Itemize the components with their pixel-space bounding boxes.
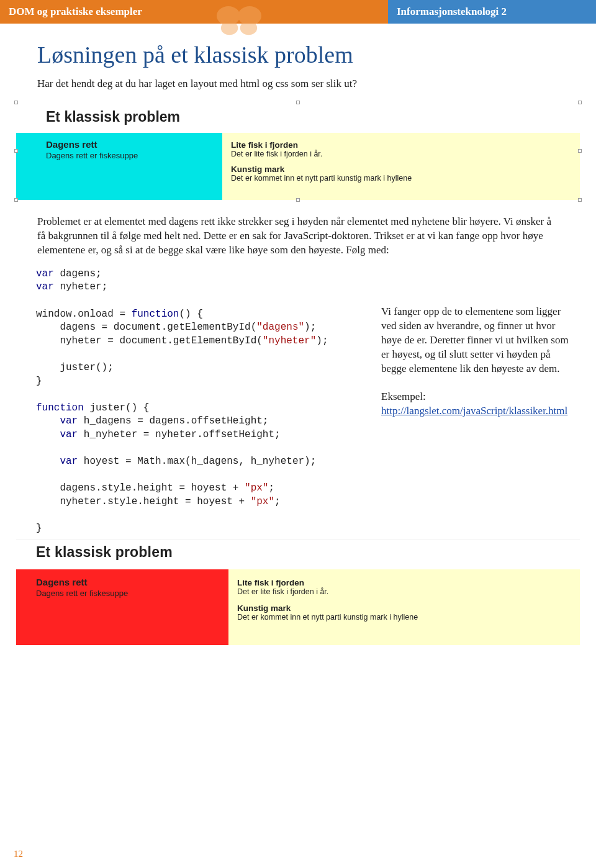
intro-text: Har det hendt deg at du har laget en lay… <box>0 77 596 102</box>
example1-heading: Et klassisk problem <box>16 102 580 133</box>
example1-left-title: Dagens rett <box>46 139 214 150</box>
example1-news1-title: Lite fisk i fjorden <box>231 140 571 150</box>
example1-right-panel: Lite fisk i fjorden Det er lite fisk i f… <box>222 133 580 200</box>
example2-left-title: Dagens rett <box>36 577 220 587</box>
example2-right-panel: Lite fisk i fjorden Det er lite fisk i f… <box>228 569 580 645</box>
body-paragraph: Problemet er at elementet med dagens ret… <box>0 200 596 268</box>
code-and-aside-row: var dagens; var nyheter; window.onload =… <box>0 268 596 536</box>
example1-news2-title: Kunstig mark <box>231 165 571 174</box>
code-block: var dagens; var nyheter; window.onload =… <box>36 268 365 536</box>
example2-left-text: Dagens rett er fiskesuppe <box>36 589 220 598</box>
example1-news2-text: Det er kommet inn et nytt parti kunstig … <box>231 174 571 183</box>
page-header: DOM og praktiske eksempler Informasjonst… <box>0 0 596 24</box>
header-left: DOM og praktiske eksempler <box>0 0 388 24</box>
example2-left-panel: Dagens rett Dagens rett er fiskesuppe <box>16 569 228 645</box>
example2-news1-title: Lite fisk i fjorden <box>237 578 571 587</box>
page-number: 12 <box>14 849 23 859</box>
example2-row: Dagens rett Dagens rett er fiskesuppe Li… <box>16 569 580 645</box>
example2-heading: Et klassisk problem <box>16 541 580 569</box>
example1-container: Et klassisk problem Dagens rett Dagens r… <box>16 102 580 200</box>
example2-container: Et klassisk problem Dagens rett Dagens r… <box>16 540 580 645</box>
example-link[interactable]: http://langslet.com/javaScript/klassiker… <box>381 405 567 417</box>
header-right: Informasjonsteknologi 2 <box>388 0 596 24</box>
aside-text: Vi fanger opp de to elementene som ligge… <box>381 305 572 376</box>
example1-left-text: Dagens rett er fiskesuppe <box>46 151 214 160</box>
example1-news1-text: Det er lite fisk i fjorden i år. <box>231 150 571 158</box>
aside-column: Vi fanger opp de to elementene som ligge… <box>381 268 572 536</box>
page-title: Løsningen på et klassisk problem <box>0 24 596 77</box>
example2-news2-title: Kunstig mark <box>237 604 571 613</box>
example1-left-panel: Dagens rett Dagens rett er fiskesuppe <box>16 133 222 200</box>
example1-row: Dagens rett Dagens rett er fiskesuppe Li… <box>16 133 580 200</box>
example2-news2-text: Det er kommet inn et nytt parti kunstig … <box>237 613 571 622</box>
aside-example-label: Eksempel: <box>381 390 572 404</box>
example2-news1-text: Det er lite fisk i fjorden i år. <box>237 587 571 596</box>
